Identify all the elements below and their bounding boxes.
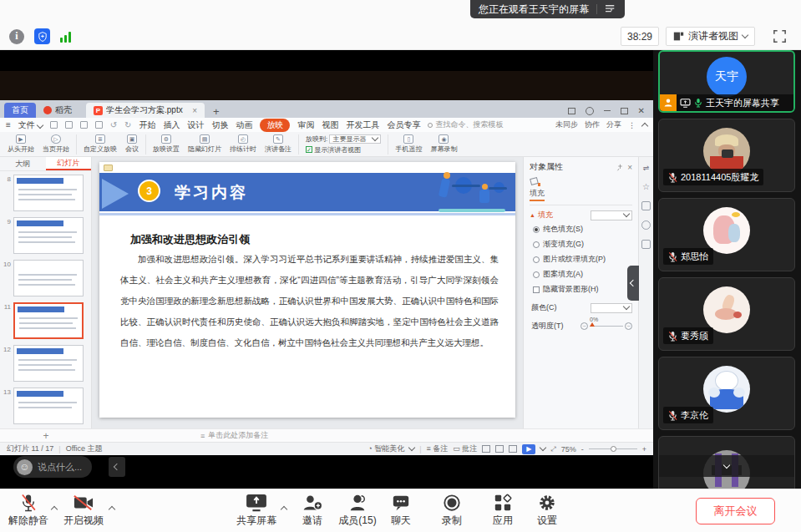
participant-tile[interactable]: 要秀颀 xyxy=(658,277,795,351)
share-screen-button[interactable]: 共享屏幕 xyxy=(230,494,283,528)
current-slide[interactable]: 3 学习内容 加强和改进思想政 xyxy=(99,162,515,418)
close-document-icon[interactable]: × xyxy=(192,106,197,115)
thumbnail-list[interactable]: 8 9 10 11 12 13 xyxy=(0,171,91,428)
participant-tile-partial[interactable] xyxy=(658,436,795,489)
menu-file[interactable]: 文件 xyxy=(18,119,43,131)
minimize-icon[interactable] xyxy=(604,110,611,112)
ribbon-custom-show[interactable]: ≣自定义放映 xyxy=(79,134,121,154)
tab-outline[interactable]: 大纲 xyxy=(0,157,46,170)
cloud-sync-status[interactable]: 未同步 xyxy=(555,119,578,130)
thumbnail-row[interactable]: 8 xyxy=(2,175,88,211)
hamburger-icon[interactable]: ≡ xyxy=(6,120,11,129)
slide-audio-icon[interactable] xyxy=(104,165,113,171)
quick-chat-bar[interactable]: ☺ 说点什么... xyxy=(13,456,92,478)
slideshow-play-button[interactable]: ▶ xyxy=(522,444,535,454)
sticker-rail-icon[interactable] xyxy=(641,240,651,249)
reading-view-icon[interactable] xyxy=(509,445,517,453)
unmute-button[interactable]: 解除静音 xyxy=(2,494,55,528)
beautify-button[interactable]: ◔ 智能美化 xyxy=(368,443,404,454)
leave-meeting-button[interactable]: 离开会议 xyxy=(696,498,775,524)
menu-design[interactable]: 设计 xyxy=(187,119,204,131)
comments-toggle-button[interactable]: ▭ 批注 xyxy=(453,443,477,454)
notes-toggle-button[interactable]: ≡ 备注 xyxy=(427,443,449,454)
zoom-slider-knob[interactable] xyxy=(611,446,616,452)
more-menu-icon[interactable]: ⋮ xyxy=(628,121,636,129)
zoom-slider[interactable] xyxy=(589,448,637,449)
ribbon-hide-slide[interactable]: ▤隐藏幻灯片 xyxy=(184,134,226,154)
checkbox-hide-background[interactable]: 隐藏背景图形(H) xyxy=(533,284,632,295)
menu-animation[interactable]: 动画 xyxy=(236,119,252,131)
participant-tile[interactable]: 李京伦 xyxy=(658,357,795,430)
close-window-icon[interactable]: ✕ xyxy=(638,106,645,115)
wps-home-tab[interactable]: 首页 xyxy=(4,103,36,118)
collapse-ribbon-icon[interactable] xyxy=(641,123,648,129)
normal-view-icon[interactable] xyxy=(482,445,490,453)
ribbon-phone-remote[interactable]: ▯手机遥控 xyxy=(391,134,426,154)
layout-rail-icon[interactable] xyxy=(641,201,651,210)
ribbon-meeting[interactable]: ▣会议 xyxy=(121,134,143,154)
new-slide-button[interactable]: + xyxy=(0,430,92,442)
menu-devtools[interactable]: 开发工具 xyxy=(346,119,379,131)
settings-button[interactable]: 设置 xyxy=(520,494,574,528)
radio-pattern-fill[interactable]: 图案填充(A) xyxy=(533,269,632,280)
menu-transition[interactable]: 切换 xyxy=(211,119,228,131)
preview-icon[interactable] xyxy=(95,121,103,129)
start-video-button[interactable]: 开启视频 xyxy=(57,494,110,528)
record-button[interactable]: 录制 xyxy=(425,494,479,528)
menu-slideshow-active[interactable]: 放映 xyxy=(260,119,290,132)
undo-icon[interactable]: ↺ xyxy=(110,120,117,129)
plus-icon[interactable]: − xyxy=(625,322,632,330)
ribbon-speaker-notes[interactable]: ✎演讲备注 xyxy=(261,134,296,154)
wps-docer-tab[interactable]: 稻壳 xyxy=(36,103,79,118)
ribbon-play-from-start[interactable]: ▶从头开始 xyxy=(3,134,38,154)
radio-picture-fill[interactable]: 图片或纹理填充(P) xyxy=(533,254,632,265)
command-search[interactable]: 查找命令、搜索模板 xyxy=(428,119,503,130)
share-button[interactable]: 分享 xyxy=(606,119,621,130)
pin-icon[interactable] xyxy=(616,164,624,171)
zoom-in-button[interactable]: + xyxy=(642,445,646,453)
ribbon-play-current[interactable]: ▷当页开始 xyxy=(38,134,74,154)
properties-rail-icon[interactable]: ⇌ xyxy=(643,164,650,172)
menu-insert[interactable]: 插入 xyxy=(163,119,180,131)
ribbon-show-settings[interactable]: ⚙放映设置 xyxy=(149,134,184,154)
ribbon-rehearse[interactable]: ◴排练计时 xyxy=(226,134,261,154)
wps-document-tab[interactable]: P 学生会学习方案.pptx × xyxy=(86,103,205,118)
thumbnail-row[interactable]: 10 xyxy=(2,260,88,296)
slider-marker[interactable] xyxy=(590,322,595,327)
doc-switch-icon[interactable] xyxy=(568,108,575,114)
fill-tab[interactable]: 填充 xyxy=(530,188,545,201)
security-shield-icon[interactable] xyxy=(34,28,50,44)
menu-view[interactable]: 视图 xyxy=(322,119,338,131)
redo-icon[interactable]: ↻ xyxy=(124,120,131,129)
menu-member[interactable]: 会员专享 xyxy=(387,119,420,131)
watching-banner[interactable]: 您正在观看王天宇的屏幕 xyxy=(470,0,625,18)
save-icon[interactable] xyxy=(50,121,58,129)
emoji-icon[interactable]: ☺ xyxy=(17,459,33,475)
opacity-slider[interactable]: − 0% − xyxy=(580,322,632,330)
thumbnail-row[interactable]: 12 xyxy=(2,345,88,382)
close-panel-icon[interactable]: × xyxy=(627,163,632,172)
menu-review[interactable]: 审阅 xyxy=(297,119,314,131)
chat-collapse-button[interactable] xyxy=(109,457,125,477)
collaborate-button[interactable]: 协作 xyxy=(585,119,600,130)
radio-gradient-fill[interactable]: 渐变填充(G) xyxy=(533,239,632,250)
effects-rail-icon[interactable]: ☆ xyxy=(642,182,650,191)
chat-button[interactable]: 聊天 xyxy=(374,494,428,528)
menu-icon[interactable] xyxy=(605,4,616,14)
participant-tile[interactable]: 2018114405殷耀龙 xyxy=(658,119,795,192)
thumbnail-row[interactable]: 9 xyxy=(2,217,88,254)
participant-tile-sharing[interactable]: 天宇 王天宇的屏幕共享 xyxy=(658,50,795,113)
presenter-view-checkbox-row[interactable]: ✓ 显示演讲者视图 xyxy=(306,145,381,155)
meeting-info-icon[interactable]: i xyxy=(9,29,24,44)
maximize-icon[interactable] xyxy=(621,108,628,114)
zoom-level[interactable]: 75% xyxy=(561,445,576,453)
minus-icon[interactable]: − xyxy=(580,322,588,330)
participant-tile[interactable]: 郑思怡 xyxy=(658,198,795,271)
radio-solid-fill[interactable]: 纯色填充(S) xyxy=(533,224,632,235)
display-select[interactable]: 主要显示器 xyxy=(329,134,381,144)
print-icon[interactable] xyxy=(80,121,88,129)
section-collapse-icon[interactable]: ▲ xyxy=(530,212,535,218)
fit-page-icon[interactable]: ⤢ xyxy=(550,445,555,453)
fullscreen-button[interactable] xyxy=(772,28,788,44)
output-icon[interactable] xyxy=(65,121,73,129)
